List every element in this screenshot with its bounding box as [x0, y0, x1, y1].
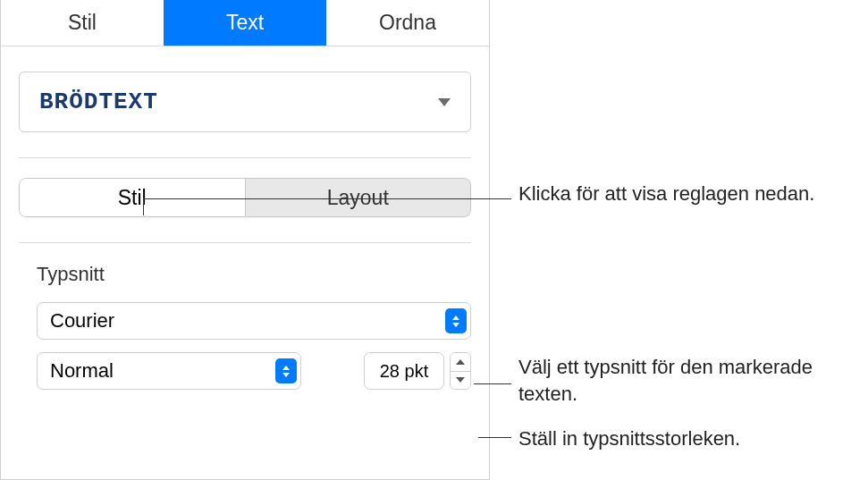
segment-layout[interactable]: Layout [246, 178, 472, 217]
stepper-up-button[interactable] [451, 353, 470, 372]
font-family-select[interactable]: Courier [37, 302, 471, 340]
callout-font: Välj ett typsnitt för den markerade text… [518, 354, 868, 407]
popup-arrows-icon [445, 308, 467, 333]
popup-arrows-icon [275, 358, 297, 383]
callout-line [143, 198, 511, 199]
tab-stil[interactable]: Stil [1, 0, 164, 46]
font-size-group: 28 pkt [364, 352, 471, 390]
callout-line [143, 198, 144, 215]
paragraph-style-dropdown[interactable]: BRÖDTEXT [19, 72, 471, 132]
font-family-value: Courier [50, 309, 114, 333]
tab-ordna[interactable]: Ordna [326, 0, 489, 46]
inspector-panel: Stil Text Ordna BRÖDTEXT Stil Layout Typ… [0, 0, 490, 480]
top-tabs: Stil Text Ordna [1, 0, 489, 46]
paragraph-style-label: BRÖDTEXT [39, 88, 158, 115]
divider [19, 242, 471, 243]
font-weight-value: Normal [50, 359, 114, 383]
typsnitt-label: Typsnitt [37, 263, 471, 286]
arrow-down-icon [456, 377, 465, 383]
font-size-stepper [450, 352, 471, 390]
callout-line [474, 383, 511, 384]
font-size-input[interactable]: 28 pkt [364, 352, 444, 390]
font-row-2: Normal 28 pkt [37, 352, 471, 390]
callout-size: Ställ in typsnittsstorleken. [518, 425, 740, 452]
callout-line [478, 437, 511, 438]
divider [19, 157, 471, 158]
tab-text[interactable]: Text [164, 0, 326, 46]
font-weight-select[interactable]: Normal [37, 352, 301, 390]
segmented-control: Stil Layout [19, 178, 471, 217]
callout-stil: Klicka för att visa reglagen nedan. [518, 181, 814, 207]
chevron-down-icon [438, 98, 451, 106]
stepper-down-button[interactable] [451, 372, 470, 390]
arrow-up-icon [456, 359, 465, 365]
segment-stil[interactable]: Stil [19, 178, 246, 217]
